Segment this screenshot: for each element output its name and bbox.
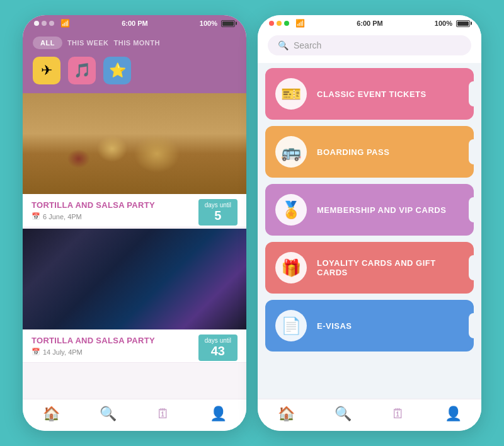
categories-list: 🎫 CLASSIC EVENT TICKETS 🚌 BOARDING PASS … <box>258 63 481 399</box>
evisas-icon: 📄 <box>275 310 307 341</box>
search-bar[interactable]: 🔍 Search <box>268 35 471 55</box>
dot-green <box>49 21 54 26</box>
days-badge-2: days until 43 <box>198 334 238 361</box>
event-info-2: TORTILLA AND SALSA PARTY 📅 14 July, 4PM … <box>23 329 246 363</box>
event-tickets-icon: 🎫 <box>275 78 307 110</box>
plane-button[interactable]: ✈ <box>33 57 60 84</box>
days-count-1: 5 <box>205 209 231 222</box>
calendar-icon-2: 📅 <box>32 348 40 356</box>
plane-icon: ✈ <box>41 62 52 79</box>
battery-pct-left: 100% <box>200 20 217 27</box>
filter-all[interactable]: ALL <box>33 37 62 49</box>
dot-green-r <box>284 21 289 26</box>
star-icon: ⭐ <box>109 62 126 79</box>
dot-yellow-r <box>277 21 282 26</box>
event-tickets-label: CLASSIC EVENT TICKETS <box>317 89 427 99</box>
days-label-1: days until <box>205 202 231 209</box>
search-input[interactable]: Search <box>294 40 321 50</box>
category-event-tickets[interactable]: 🎫 CLASSIC EVENT TICKETS <box>265 68 474 120</box>
nav-calendar-left[interactable]: 🗓 <box>156 406 170 422</box>
evisas-label: E-VISAS <box>317 321 352 331</box>
membership-icon: 🏅 <box>275 194 307 226</box>
bottom-nav-left: 🏠 🔍 🗓 👤 <box>23 399 246 431</box>
music-button[interactable]: 🎵 <box>68 57 96 84</box>
wifi-icon-left: 📶 <box>60 19 70 28</box>
event-card-1[interactable]: TORTILLA AND SALSA PARTY 📅 6 June, 4PM d… <box>23 93 246 227</box>
event-image-food <box>23 93 246 194</box>
boarding-pass-label: BOARDING PASS <box>317 147 389 157</box>
nav-home-right[interactable]: 🏠 <box>278 406 295 422</box>
dot-red-r <box>269 21 274 26</box>
event-card-2[interactable]: TORTILLA AND SALSA PARTY 📅 14 July, 4PM … <box>23 229 246 363</box>
time-left: 6:00 PM <box>122 20 148 27</box>
battery-icon-left <box>221 20 235 27</box>
left-header: ALL THIS WEEK THIS MONTH ✈ 🎵 ⭐ <box>23 30 246 93</box>
battery-pct-right: 100% <box>435 20 452 27</box>
dot-red <box>34 21 39 26</box>
battery-icon-right <box>456 20 470 27</box>
search-icon: 🔍 <box>278 40 289 50</box>
nav-home-left[interactable]: 🏠 <box>43 406 60 422</box>
category-loyalty-cards[interactable]: 🎁 LOYALITY CARDS AND GIFT CARDS <box>265 242 474 294</box>
window-controls: 📶 <box>34 19 70 28</box>
right-phone: 📶 6:00 PM 100% 🔍 Search 🎫 CLASSIC EVENT … <box>258 15 481 431</box>
category-membership[interactable]: 🏅 MEMBERSHIP AND VIP CARDS <box>265 184 474 236</box>
wifi-icon-right: 📶 <box>295 19 305 28</box>
left-phone: 📶 6:00 PM 100% ALL THIS WEEK THIS MONTH … <box>23 15 246 431</box>
time-right: 6:00 PM <box>357 20 383 27</box>
nav-search-left[interactable]: 🔍 <box>100 406 117 422</box>
nav-profile-right[interactable]: 👤 <box>445 406 462 422</box>
battery-area-right: 100% <box>435 20 470 27</box>
events-list: TORTILLA AND SALSA PARTY 📅 6 June, 4PM d… <box>23 93 246 399</box>
days-label-2: days until <box>205 337 231 344</box>
filter-tabs: ALL THIS WEEK THIS MONTH <box>33 37 236 49</box>
status-bar-right: 📶 6:00 PM 100% <box>258 15 481 30</box>
category-icons: ✈ 🎵 ⭐ <box>33 57 236 84</box>
nav-search-right[interactable]: 🔍 <box>335 406 352 422</box>
dot-yellow <box>42 21 47 26</box>
nav-profile-left[interactable]: 👤 <box>210 406 227 422</box>
music-icon: 🎵 <box>74 62 91 79</box>
category-boarding-pass[interactable]: 🚌 BOARDING PASS <box>265 126 474 178</box>
days-badge-1: days until 5 <box>198 199 238 226</box>
event-info-1: TORTILLA AND SALSA PARTY 📅 6 June, 4PM d… <box>23 194 246 227</box>
battery-area-left: 100% <box>200 20 235 27</box>
loyalty-cards-icon: 🎁 <box>275 252 307 283</box>
right-header: 🔍 Search <box>258 30 481 63</box>
category-evisas[interactable]: 📄 E-VISAS <box>265 300 474 352</box>
status-bar-left: 📶 6:00 PM 100% <box>23 15 246 30</box>
star-button[interactable]: ⭐ <box>103 57 131 84</box>
filter-this-week[interactable]: THIS WEEK <box>67 39 109 47</box>
days-count-2: 43 <box>205 345 231 357</box>
loyalty-cards-label: LOYALITY CARDS AND GIFT CARDS <box>317 258 464 277</box>
nav-calendar-right[interactable]: 🗓 <box>391 406 405 422</box>
membership-label: MEMBERSHIP AND VIP CARDS <box>317 205 446 215</box>
event-image-mixer <box>23 229 246 329</box>
filter-this-month[interactable]: THIS MONTH <box>114 39 160 47</box>
calendar-icon-1: 📅 <box>32 212 40 220</box>
bottom-nav-right: 🏠 🔍 🗓 👤 <box>258 399 481 431</box>
window-controls-right: 📶 <box>269 19 305 28</box>
boarding-pass-icon: 🚌 <box>275 136 307 168</box>
